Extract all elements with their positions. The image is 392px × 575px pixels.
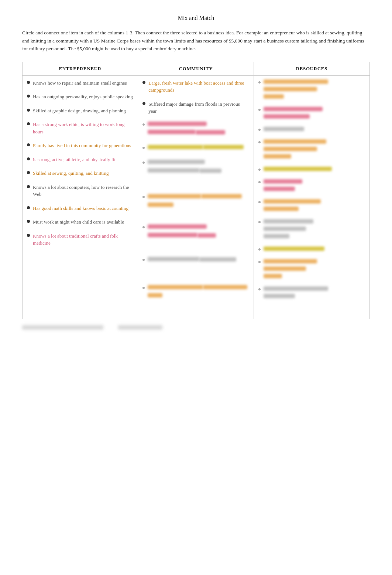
bullet-icon — [27, 95, 30, 98]
list-item — [258, 259, 365, 280]
list-item: Family has lived in this community for g… — [27, 142, 133, 149]
entrepreneur-item-9: Has good math skills and knows basic acc… — [33, 205, 128, 212]
bullet-icon — [142, 102, 145, 105]
footer-area — [22, 325, 370, 330]
list-item: Has a strong work ethic, is willing to w… — [27, 121, 133, 135]
entrepreneur-item-1: Knows how to repair and maintain small e… — [33, 79, 127, 87]
bullet-icon — [258, 288, 261, 290]
entrepreneur-item-5: Family has lived in this community for g… — [33, 142, 131, 149]
bullet-icon — [142, 123, 145, 126]
entrepreneur-item-3: Skilled at graphic design, drawing, and … — [33, 107, 126, 115]
entrepreneur-item-6: Is strong, active, athletic, and physica… — [33, 156, 116, 163]
bullet-icon — [258, 181, 261, 183]
table-body: Knows how to repair and maintain small e… — [23, 76, 369, 319]
list-item — [258, 246, 365, 252]
bullet-icon — [27, 81, 30, 84]
list-item — [142, 224, 249, 241]
bullet-icon — [27, 206, 30, 209]
list-item — [142, 285, 249, 301]
instructions-text: Circle and connect one item in each of t… — [22, 29, 370, 53]
col-header-resources: RESOURCES — [254, 62, 369, 75]
bullet-icon — [258, 109, 261, 111]
bullet-icon — [258, 248, 261, 251]
entrepreneur-column: Knows how to repair and maintain small e… — [23, 76, 138, 319]
list-item — [142, 122, 249, 138]
bullet-icon — [27, 185, 30, 188]
list-item — [258, 219, 365, 240]
entrepreneur-item-8: Knows a lot about computers, how to rese… — [33, 184, 133, 198]
entrepreneur-item-11: Knows a lot about traditional crafts and… — [33, 232, 133, 247]
list-item — [142, 160, 249, 176]
bullet-icon — [258, 141, 261, 143]
bullet-icon — [27, 143, 30, 146]
footer-bar-left — [22, 325, 103, 330]
bullet-icon — [258, 221, 261, 223]
list-item: Skilled at sewing, quilting, and knittin… — [27, 170, 133, 177]
entrepreneur-item-10: Must work at night when child care is av… — [33, 218, 124, 226]
bullet-icon — [258, 201, 261, 203]
resources-column — [254, 76, 369, 319]
bullet-icon — [142, 287, 145, 289]
community-item-1: Large, fresh water lake with boat access… — [148, 79, 249, 94]
bullet-icon — [258, 261, 261, 263]
table-header: ENTREPRENEUR COMMUNITY RESOURCES — [23, 62, 369, 76]
bullet-icon — [142, 196, 145, 198]
bullet-icon — [27, 171, 30, 174]
list-item: Must work at night when child care is av… — [27, 218, 133, 226]
list-item — [258, 107, 365, 120]
col-header-community: COMMUNITY — [138, 62, 254, 75]
bullet-icon — [142, 147, 145, 149]
list-item — [258, 179, 365, 193]
list-item — [258, 139, 365, 160]
bullet-icon — [258, 81, 261, 84]
list-item: Skilled at graphic design, drawing, and … — [27, 107, 133, 115]
list-item: Knows how to repair and maintain small e… — [27, 79, 133, 87]
list-item — [258, 286, 365, 300]
bullet-icon — [142, 259, 145, 261]
list-item: Suffered major damage from floods in pre… — [142, 101, 249, 115]
list-item — [258, 167, 365, 173]
list-item: Large, fresh water lake with boat access… — [142, 79, 249, 94]
list-item: Has good math skills and knows basic acc… — [27, 205, 133, 212]
bullet-icon — [142, 226, 145, 228]
list-item: Knows a lot about traditional crafts and… — [27, 232, 133, 247]
bullet-icon — [142, 161, 145, 164]
page-title: Mix and Match — [22, 15, 370, 21]
list-item — [258, 127, 365, 133]
list-item: Knows a lot about computers, how to rese… — [27, 184, 133, 198]
main-table: ENTREPRENEUR COMMUNITY RESOURCES Knows h… — [22, 62, 370, 319]
entrepreneur-item-4: Has a strong work ethic, is willing to w… — [33, 121, 133, 135]
entrepreneur-item-2: Has an outgoing personality, enjoys publ… — [33, 93, 133, 101]
bullet-icon — [27, 122, 30, 125]
list-item: Is strong, active, athletic, and physica… — [27, 156, 133, 163]
footer-bar-right — [118, 325, 162, 330]
list-item: Has an outgoing personality, enjoys publ… — [27, 93, 133, 101]
entrepreneur-item-7: Skilled at sewing, quilting, and knittin… — [33, 170, 109, 177]
col-header-entrepreneur: ENTREPRENEUR — [23, 62, 138, 75]
list-item — [258, 79, 365, 100]
list-item — [142, 194, 249, 210]
bullet-icon — [27, 234, 30, 237]
community-column: Large, fresh water lake with boat access… — [138, 76, 254, 319]
bullet-icon — [258, 129, 261, 131]
community-item-2: Suffered major damage from floods in pre… — [148, 101, 249, 115]
bullet-icon — [27, 220, 30, 223]
bullet-icon — [258, 169, 261, 171]
bullet-icon — [27, 157, 30, 160]
list-item — [142, 145, 249, 153]
bullet-icon — [27, 109, 30, 112]
list-item — [142, 257, 249, 265]
list-item — [258, 199, 365, 212]
bullet-icon — [142, 81, 145, 84]
